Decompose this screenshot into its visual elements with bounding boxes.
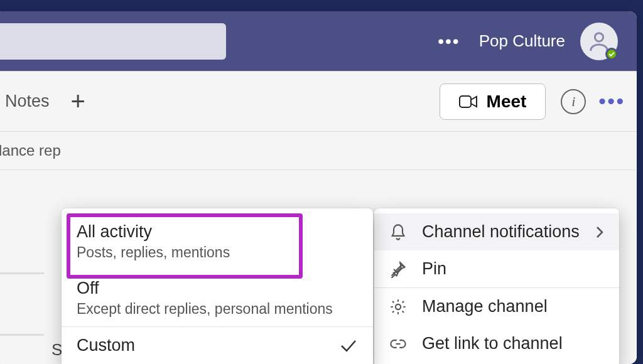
channel-more-icon[interactable]: ••• xyxy=(598,90,625,113)
menu-item-manage-channel[interactable]: Manage channel xyxy=(374,288,619,325)
svg-point-0 xyxy=(595,33,603,41)
menu-item-custom[interactable]: Custom xyxy=(62,327,373,364)
menu-item-get-link[interactable]: Get link to channel xyxy=(374,325,619,362)
bell-icon xyxy=(389,223,422,241)
add-tab-button[interactable]: + xyxy=(71,87,85,115)
video-icon xyxy=(459,94,478,109)
check-icon xyxy=(339,338,358,353)
team-name-label: Pop Culture xyxy=(479,31,565,51)
presence-available-icon xyxy=(605,48,618,60)
svg-point-2 xyxy=(396,304,401,309)
profile-avatar[interactable] xyxy=(580,23,618,60)
gear-icon xyxy=(389,298,422,316)
menu-item-all-activity[interactable]: All activity Posts, replies, mentions xyxy=(62,213,373,270)
menu-item-off[interactable]: Off Except direct replies, personal ment… xyxy=(62,270,373,326)
tab-notes[interactable]: Notes xyxy=(5,92,50,111)
title-bar: ••• Pop Culture xyxy=(0,11,637,71)
option-title: All activity xyxy=(77,222,358,242)
reply-fragment: dance rep xyxy=(0,132,637,170)
list-divider xyxy=(0,334,44,336)
option-desc: Except direct replies, personal mentions xyxy=(77,301,358,318)
option-title: Off xyxy=(77,279,358,298)
cutoff-text: S xyxy=(51,340,62,360)
menu-label: Get link to channel xyxy=(422,334,604,353)
main-content: Notes + Meet i ••• dance rep S xyxy=(0,71,637,364)
notification-submenu: All activity Posts, replies, mentions Of… xyxy=(62,208,373,364)
menu-label: Channel notifications xyxy=(422,222,589,242)
option-title: Custom xyxy=(77,336,339,355)
app-window: ••• Pop Culture Notes + Meet xyxy=(0,11,637,364)
chevron-right-icon xyxy=(595,225,604,239)
info-icon[interactable]: i xyxy=(561,89,586,114)
option-desc: Posts, replies, mentions xyxy=(77,244,358,261)
meet-label: Meet xyxy=(487,92,527,112)
menu-item-channel-notifications[interactable]: Channel notifications xyxy=(374,213,619,250)
channel-options-menu: Channel notifications Pin xyxy=(374,208,619,364)
tab-bar: Notes + Meet i ••• xyxy=(0,72,637,132)
header-more-icon[interactable]: ••• xyxy=(438,31,460,51)
search-input[interactable] xyxy=(0,23,226,60)
list-divider xyxy=(0,272,44,274)
menu-label: Manage channel xyxy=(422,297,604,316)
svg-rect-1 xyxy=(460,96,471,107)
link-icon xyxy=(389,335,422,353)
menu-item-pin[interactable]: Pin xyxy=(374,250,619,287)
pin-icon xyxy=(389,260,422,278)
menu-label: Pin xyxy=(422,259,604,279)
meet-button[interactable]: Meet xyxy=(440,83,546,120)
